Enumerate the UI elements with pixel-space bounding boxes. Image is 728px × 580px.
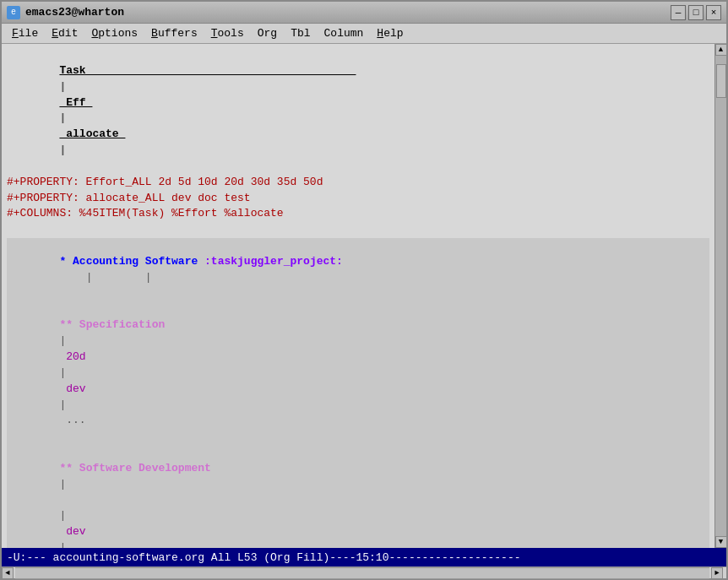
menu-tbl[interactable]: Tbl bbox=[284, 25, 317, 41]
app-icon: e bbox=[7, 6, 20, 19]
title-bar: e emacs23@wharton — □ × bbox=[2, 2, 726, 24]
scroll-thumb[interactable] bbox=[716, 64, 726, 98]
property-line-1: #+PROPERTY: Effort_ALL 2d 5d 10d 20d 30d… bbox=[7, 175, 709, 191]
menu-file[interactable]: File bbox=[5, 25, 45, 41]
horizontal-scroll-right[interactable]: ► bbox=[711, 567, 723, 579]
blank-1 bbox=[7, 222, 709, 238]
eff-col-header: Eff bbox=[59, 96, 92, 109]
menu-edit[interactable]: Edit bbox=[45, 25, 84, 41]
menu-org[interactable]: Org bbox=[251, 25, 284, 41]
close-button[interactable]: × bbox=[706, 5, 721, 20]
window-title: emacs23@wharton bbox=[25, 6, 124, 19]
scrollbar[interactable]: ▲ ▼ bbox=[714, 44, 726, 548]
status-bar: -U:--- accounting-software.org All L53 (… bbox=[2, 548, 726, 566]
task-col-header: Task bbox=[59, 64, 356, 77]
scroll-up-arrow[interactable]: ▲ bbox=[715, 44, 727, 56]
status-text: -U:--- accounting-software.org All L53 (… bbox=[7, 551, 721, 564]
allocate-col-header: allocate bbox=[59, 127, 125, 140]
bottom-bar: ◄ ► bbox=[2, 566, 726, 578]
heading-specification: ** Specification | 20d | dev | ... bbox=[7, 302, 709, 446]
window-controls[interactable]: — □ × bbox=[671, 5, 721, 20]
maximize-button[interactable]: □ bbox=[688, 5, 704, 20]
horizontal-scroll-left[interactable]: ◄ bbox=[2, 567, 14, 579]
heading-accounting-software: * Accounting Software :taskjuggler_proje… bbox=[7, 238, 709, 301]
content-area: Task | Eff | allocate | #+PROPERTY: Effo… bbox=[2, 44, 726, 548]
menu-tools[interactable]: Tools bbox=[204, 25, 251, 41]
menu-options[interactable]: Options bbox=[84, 25, 144, 41]
column-header: Task | Eff | allocate | bbox=[7, 47, 709, 175]
minimize-button[interactable]: — bbox=[671, 5, 686, 20]
scroll-track[interactable] bbox=[715, 56, 727, 536]
property-line-2: #+PROPERTY: allocate_ALL dev doc test bbox=[7, 191, 709, 207]
scroll-down-arrow[interactable]: ▼ bbox=[715, 536, 727, 548]
menubar: File Edit Options Buffers Tools Org Tbl … bbox=[2, 24, 726, 44]
menu-buffers[interactable]: Buffers bbox=[144, 25, 204, 41]
editor[interactable]: Task | Eff | allocate | #+PROPERTY: Effo… bbox=[2, 44, 714, 548]
property-line-3: #+COLUMNS: %45ITEM(Task) %Effort %alloca… bbox=[7, 206, 709, 222]
menu-help[interactable]: Help bbox=[370, 25, 410, 41]
heading-software-development: ** Software Development | | dev | bbox=[7, 445, 709, 548]
menu-column[interactable]: Column bbox=[318, 25, 371, 41]
